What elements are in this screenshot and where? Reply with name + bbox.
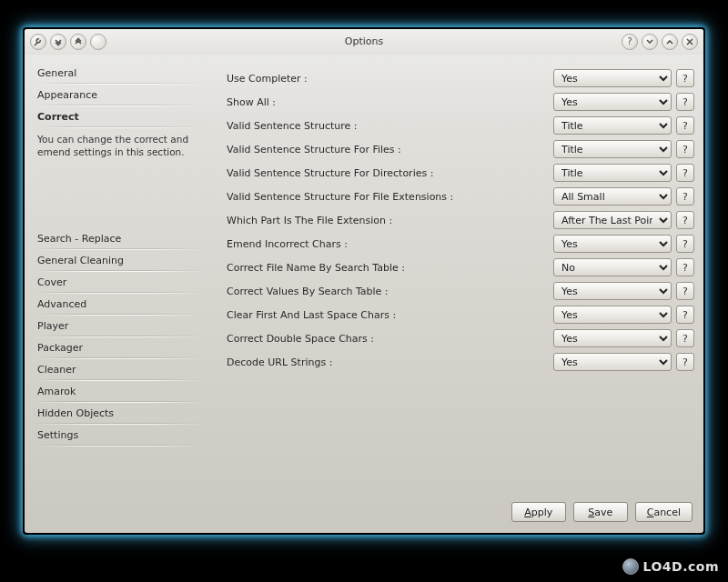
setting-dropdown[interactable]: After The Last Point (553, 211, 672, 229)
tools-icon[interactable] (30, 34, 46, 50)
maximize-icon[interactable] (662, 34, 678, 50)
sidebar-tab-label: Packager (37, 342, 83, 354)
setting-dropdown[interactable]: Yes (553, 69, 672, 87)
dialog-footer: Apply Save Cancel (25, 497, 703, 533)
sidebar-tab-hidden-objects[interactable]: Hidden Objects (28, 402, 210, 424)
sidebar-tab-label: Settings (37, 429, 78, 441)
setting-row: Use Completer :Yes? (227, 67, 694, 89)
sidebar-tab-label: Search - Replace (37, 233, 121, 245)
sidebar-tab-general[interactable]: General (28, 62, 210, 84)
setting-row: Emend Incorrect Chars :Yes? (227, 233, 694, 255)
setting-dropdown[interactable]: Title (553, 140, 672, 158)
sidebar-tab-label: Cover (37, 276, 66, 288)
setting-row: Valid Sentence Structure :Title? (227, 115, 694, 136)
setting-label: Use Completer : (227, 73, 553, 85)
setting-dropdown[interactable]: Yes (553, 353, 672, 371)
save-button[interactable]: Save (573, 502, 628, 522)
setting-row: Valid Sentence Structure For Directories… (227, 162, 694, 184)
row-help-button[interactable]: ? (676, 211, 694, 229)
sidebar-tab-label: Player (37, 320, 68, 332)
sidebar-tab-label: General (37, 67, 76, 79)
sidebar-tab-label: Amarok (37, 386, 76, 397)
sidebar-tab-label: General Cleaning (37, 255, 124, 266)
setting-row: Show All :Yes? (227, 91, 694, 113)
setting-dropdown[interactable]: Yes (553, 93, 672, 111)
sidebar-tab-cleaner[interactable]: Cleaner (28, 358, 210, 380)
row-help-button[interactable]: ? (676, 353, 694, 371)
setting-dropdown[interactable]: All Small (553, 187, 672, 206)
setting-label: Valid Sentence Structure For Files : (227, 144, 553, 156)
row-help-button[interactable]: ? (676, 140, 694, 158)
row-help-button[interactable]: ? (676, 282, 694, 300)
setting-dropdown[interactable]: Title (553, 164, 672, 182)
minimize-icon[interactable] (642, 34, 658, 50)
row-help-button[interactable]: ? (676, 116, 694, 135)
blank-button-icon[interactable] (90, 34, 106, 50)
setting-label: Correct Values By Search Table : (227, 286, 553, 297)
sidebar-tab-label: Correct (37, 111, 79, 123)
setting-label: Show All : (227, 96, 553, 108)
row-help-button[interactable]: ? (676, 164, 694, 182)
sidebar-tab-label: Appearance (37, 89, 97, 101)
setting-label: Valid Sentence Structure : (227, 120, 553, 132)
setting-label: Decode URL Strings : (227, 356, 553, 368)
sidebar-tab-advanced[interactable]: Advanced (28, 293, 210, 315)
setting-label: Valid Sentence Structure For File Extens… (227, 191, 553, 203)
setting-dropdown[interactable]: Title (553, 116, 672, 135)
setting-label: Which Part Is The File Extension : (227, 215, 553, 226)
setting-label: Correct File Name By Search Table : (227, 262, 553, 274)
setting-row: Correct Values By Search Table :Yes? (227, 280, 694, 302)
row-help-button[interactable]: ? (676, 93, 694, 111)
setting-row: Valid Sentence Structure For File Extens… (227, 186, 694, 207)
sidebar-tab-search-replace[interactable]: Search - Replace (28, 227, 210, 249)
setting-row: Clear First And Last Space Chars :Yes? (227, 304, 694, 326)
close-icon[interactable] (682, 34, 698, 50)
sidebar-tab-player[interactable]: Player (28, 315, 210, 336)
sidebar-tab-packager[interactable]: Packager (28, 336, 210, 358)
sidebar-tab-label: Advanced (37, 298, 86, 310)
collapse-down-icon[interactable] (50, 34, 66, 50)
setting-row: Correct Double Space Chars :Yes? (227, 327, 694, 349)
row-help-button[interactable]: ? (676, 235, 694, 253)
setting-label: Valid Sentence Structure For Directories… (227, 167, 553, 179)
sidebar-tab-settings[interactable]: Settings (28, 424, 210, 446)
setting-row: Decode URL Strings :Yes? (227, 351, 694, 373)
help-icon[interactable]: ? (622, 34, 638, 50)
row-help-button[interactable]: ? (676, 329, 694, 347)
titlebar: Options ? (25, 29, 703, 55)
window-title: Options (25, 35, 703, 47)
setting-dropdown[interactable]: Yes (553, 306, 672, 324)
section-description: You can change the correct and emend set… (28, 127, 210, 167)
globe-icon (622, 558, 639, 575)
collapse-up-icon[interactable] (70, 34, 86, 50)
sidebar-tab-general-cleaning[interactable]: General Cleaning (28, 249, 210, 271)
sidebar-tab-cover[interactable]: Cover (28, 271, 210, 293)
sidebar-tab-amarok[interactable]: Amarok (28, 380, 210, 402)
row-help-button[interactable]: ? (676, 187, 694, 206)
setting-dropdown[interactable]: Yes (553, 329, 672, 347)
sidebar-tab-correct[interactable]: Correct (28, 105, 210, 127)
setting-row: Correct File Name By Search Table :No? (227, 256, 694, 278)
setting-dropdown[interactable]: Yes (553, 282, 672, 300)
setting-label: Emend Incorrect Chars : (227, 238, 553, 250)
cancel-button[interactable]: Cancel (635, 502, 693, 522)
row-help-button[interactable]: ? (676, 306, 694, 324)
watermark: LO4D.com (622, 558, 719, 575)
setting-row: Valid Sentence Structure For Files :Titl… (227, 138, 694, 160)
settings-panel: Use Completer :Yes?Show All :Yes?Valid S… (210, 58, 694, 497)
setting-row: Which Part Is The File Extension :After … (227, 209, 694, 231)
options-window: Options ? GeneralAppearanceCorrect You c… (25, 29, 703, 533)
setting-label: Clear First And Last Space Chars : (227, 309, 553, 321)
sidebar-tab-label: Hidden Objects (37, 407, 114, 419)
sidebar: GeneralAppearanceCorrect You can change … (28, 58, 210, 497)
apply-button[interactable]: Apply (511, 502, 566, 522)
setting-label: Correct Double Space Chars : (227, 333, 553, 345)
setting-dropdown[interactable]: Yes (553, 235, 672, 253)
setting-dropdown[interactable]: No (553, 258, 672, 276)
sidebar-tab-label: Cleaner (37, 364, 76, 376)
row-help-button[interactable]: ? (676, 258, 694, 276)
sidebar-tab-appearance[interactable]: Appearance (28, 84, 210, 105)
row-help-button[interactable]: ? (676, 69, 694, 87)
